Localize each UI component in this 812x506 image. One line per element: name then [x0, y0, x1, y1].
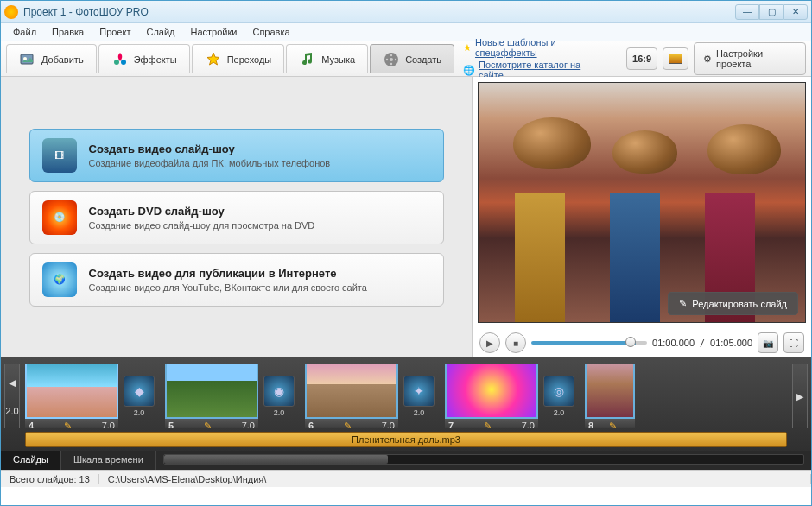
tab-add[interactable]: Добавить — [6, 44, 97, 73]
pencil-icon[interactable]: ✎ — [344, 421, 352, 429]
svg-point-2 — [114, 60, 119, 65]
tab-transitions[interactable]: Переходы — [192, 44, 285, 73]
globe-icon: 🌐 — [463, 65, 475, 76]
pencil-icon[interactable]: ✎ — [64, 421, 72, 429]
svg-point-5 — [390, 58, 393, 61]
tab-effects[interactable]: Эффекты — [98, 44, 190, 73]
fullscreen-button[interactable]: ⛶ — [783, 332, 804, 353]
preview-area: ✎Редактировать слайд — [478, 82, 806, 323]
pencil-icon[interactable]: ✎ — [204, 421, 212, 429]
transition-6[interactable]: ✦2.0 — [401, 376, 437, 417]
video-file-icon: 🎞 — [42, 138, 77, 173]
svg-point-3 — [121, 60, 126, 65]
close-button[interactable]: ✕ — [783, 4, 808, 20]
aspect-ratio-button[interactable]: 16:9 — [626, 47, 657, 70]
timeline-nav-right[interactable]: ▶ — [792, 364, 808, 428]
slide-8[interactable]: 8✎ — [585, 364, 635, 428]
maximize-button[interactable]: ▢ — [759, 4, 783, 20]
link-templates[interactable]: Новые шаблоны и спецэффекты — [475, 37, 614, 58]
svg-point-7 — [390, 62, 392, 64]
play-button[interactable]: ▶ — [479, 332, 500, 353]
project-settings-button[interactable]: ⚙Настройки проекта — [694, 42, 806, 75]
timeline-nav-left[interactable]: ◀2.0 — [4, 364, 20, 428]
menu-edit[interactable]: Правка — [45, 25, 91, 39]
app-icon — [4, 5, 18, 19]
menubar: Файл Правка Проект Слайд Настройки Справ… — [1, 23, 811, 41]
menu-file[interactable]: Файл — [6, 25, 43, 39]
option-video-slideshow[interactable]: 🎞 Создать видео слайд-шоуСоздание видеоф… — [29, 129, 444, 182]
option-web-slideshow[interactable]: 🌍 Создать видео для публикации в Интерне… — [29, 253, 444, 307]
slide-6[interactable]: 6✎7.0 ✦2.0 — [305, 364, 440, 428]
tab-create[interactable]: Создать — [370, 44, 454, 73]
promo-links: ★Новые шаблоны и спецэффекты 🌐Посмотрите… — [456, 35, 621, 82]
audio-track[interactable]: Пленительная даль.mp3 — [25, 432, 787, 447]
toolbar: Добавить Эффекты Переходы Музыка Создать… — [1, 41, 811, 77]
svg-point-9 — [395, 58, 396, 60]
minimize-button[interactable]: — — [735, 4, 759, 20]
slide-5[interactable]: 5✎7.0 ◉2.0 — [165, 364, 300, 428]
window-title: Проект 1 - ФотоШОУ PRO — [23, 6, 735, 18]
svg-point-8 — [386, 58, 388, 60]
pencil-icon[interactable]: ✎ — [609, 421, 617, 429]
timeline: ◀2.0 4✎7.0 ◆2.0 5✎7.0 ◉2.0 6✎7.0 ✦2.0 7✎… — [1, 357, 811, 470]
menu-project[interactable]: Проект — [92, 25, 137, 39]
menu-slide[interactable]: Слайд — [139, 25, 181, 39]
time-display: 01:00.000 / 01:05.000 — [652, 338, 752, 348]
globe-upload-icon: 🌍 — [42, 262, 77, 297]
option-dvd-slideshow[interactable]: 💿 Создать DVD слайд-шоуСоздание видео сл… — [29, 191, 444, 244]
stop-button[interactable]: ■ — [505, 332, 526, 353]
snapshot-button[interactable]: 📷 — [758, 332, 778, 353]
pencil-icon[interactable]: ✎ — [484, 421, 492, 429]
menu-help[interactable]: Справка — [245, 25, 296, 39]
status-bar: Всего слайдов: 13 C:\Users\AMS-Elena\Des… — [1, 470, 811, 487]
slide-4[interactable]: 4✎7.0 ◆2.0 — [25, 364, 160, 428]
timeline-scrollbar[interactable] — [163, 454, 804, 465]
star-icon: ★ — [463, 42, 472, 54]
color-swatch-icon — [669, 54, 682, 64]
seek-slider[interactable] — [531, 341, 647, 345]
status-slide-count: Всего слайдов: 13 — [1, 474, 99, 484]
dvd-icon: 💿 — [42, 200, 77, 235]
slide-7[interactable]: 7✎7.0 ◎2.0 — [445, 364, 580, 428]
titlebar: Проект 1 - ФотоШОУ PRO — ▢ ✕ — [1, 1, 811, 23]
transition-7[interactable]: ◎2.0 — [541, 376, 577, 417]
tl-tab-timeline[interactable]: Шкала времени — [61, 451, 156, 470]
status-path: C:\Users\AMS-Elena\Desktop\Индия\ — [99, 474, 811, 484]
gear-icon: ⚙ — [703, 54, 712, 65]
svg-point-6 — [390, 54, 392, 55]
pencil-icon: ✎ — [679, 298, 687, 309]
transition-4[interactable]: ◆2.0 — [121, 376, 157, 417]
playback-bar: ▶ ■ 01:00.000 / 01:05.000 📷 ⛶ — [473, 328, 811, 357]
menu-settings[interactable]: Настройки — [184, 25, 244, 39]
tab-music[interactable]: Музыка — [286, 44, 368, 73]
create-panel: 🎞 Создать видео слайд-шоуСоздание видеоф… — [1, 77, 473, 357]
color-button[interactable] — [663, 47, 688, 70]
tl-tab-slides[interactable]: Слайды — [1, 451, 61, 470]
transition-5[interactable]: ◉2.0 — [261, 376, 297, 417]
edit-slide-button[interactable]: ✎Редактировать слайд — [668, 292, 798, 315]
